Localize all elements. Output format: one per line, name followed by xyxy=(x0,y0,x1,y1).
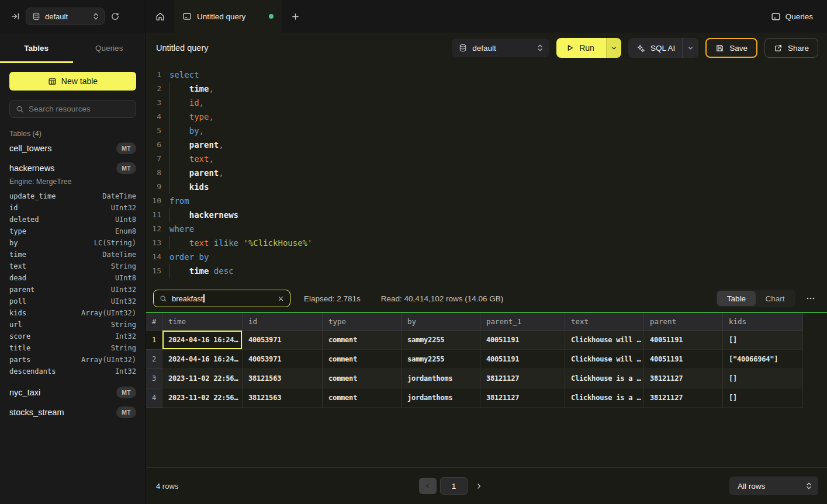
editor-line: 12where xyxy=(146,222,827,236)
column-row[interactable]: urlString xyxy=(9,319,136,331)
column-header[interactable]: parent xyxy=(644,313,723,331)
table-cell[interactable]: ["40066964"] xyxy=(723,350,803,369)
column-header[interactable]: parent_1 xyxy=(480,313,565,331)
tab-home[interactable] xyxy=(146,0,174,33)
table-cell[interactable]: 40051191 xyxy=(480,331,565,350)
run-options-button[interactable] xyxy=(606,38,621,58)
sql-editor[interactable]: 1select2time,3id,4type,5by,6parent,7text… xyxy=(146,63,827,285)
table-cell[interactable]: [] xyxy=(723,388,803,408)
column-row[interactable]: idUInt32 xyxy=(9,202,136,214)
column-row[interactable]: typeEnum8 xyxy=(9,225,136,237)
code-line: parent, xyxy=(169,138,224,152)
table-icon xyxy=(48,77,57,86)
next-page-button[interactable] xyxy=(475,482,483,490)
table-cell[interactable]: sammy2255 xyxy=(402,350,480,369)
column-row[interactable]: pollUInt32 xyxy=(9,296,136,307)
pagination: 1 xyxy=(419,468,483,504)
table-item-cell-towers[interactable]: cell_towers MT xyxy=(9,139,136,158)
table-row: 42023-11-02 22:56…38121563commentjordant… xyxy=(146,388,827,408)
table-cell[interactable]: 40051191 xyxy=(644,331,723,350)
table-cell[interactable]: 38121127 xyxy=(644,388,723,408)
results-search-input[interactable]: breakfast xyxy=(153,290,290,307)
sidebar-search[interactable] xyxy=(9,100,136,118)
column-row[interactable]: deadUInt8 xyxy=(9,272,136,284)
column-header[interactable]: by xyxy=(402,313,480,331)
column-row[interactable]: textString xyxy=(9,260,136,272)
sql-ai-button[interactable]: SQL AI xyxy=(628,38,682,58)
column-header[interactable]: time xyxy=(162,313,243,331)
prev-page-button[interactable] xyxy=(419,478,437,494)
tab-untitled-query[interactable]: Untitled query xyxy=(174,0,282,33)
table-cell[interactable]: comment xyxy=(323,350,402,369)
table-cell[interactable]: 40053971 xyxy=(243,350,323,369)
view-toggle-table[interactable]: Table xyxy=(717,291,756,306)
column-header[interactable]: text xyxy=(565,313,644,331)
table-cell[interactable]: 2023-11-02 22:56… xyxy=(162,388,243,408)
table-cell[interactable]: comment xyxy=(323,369,402,388)
column-header[interactable]: # xyxy=(146,313,162,331)
queries-icon xyxy=(771,12,781,22)
column-row[interactable]: descendantsInt32 xyxy=(9,366,136,377)
column-row[interactable]: timeDateTime xyxy=(9,249,136,260)
column-row[interactable]: parentUInt32 xyxy=(9,284,136,296)
sql-ai-options-button[interactable] xyxy=(682,38,698,58)
table-cell[interactable]: Clickhouse will … xyxy=(565,350,644,369)
table-cell[interactable]: 38121563 xyxy=(243,388,323,408)
clear-search-icon[interactable] xyxy=(278,296,284,302)
table-cell[interactable]: comment xyxy=(323,331,402,350)
column-row[interactable]: titleString xyxy=(9,342,136,354)
column-header[interactable]: id xyxy=(243,313,323,331)
refresh-icon[interactable] xyxy=(110,12,120,21)
table-cell[interactable]: 38121127 xyxy=(644,369,723,388)
column-row[interactable]: scoreInt32 xyxy=(9,331,136,342)
table-cell[interactable]: 38121127 xyxy=(480,388,565,408)
page-size-select[interactable]: All rows xyxy=(729,477,818,495)
table-cell[interactable]: Clickhouse is a … xyxy=(565,369,644,388)
sidebar-search-input[interactable] xyxy=(29,105,130,113)
run-button[interactable]: Run xyxy=(556,38,606,58)
table-item-hackernews[interactable]: hackernews MT xyxy=(9,159,136,178)
table-cell[interactable]: 2024-04-16 16:24… xyxy=(162,331,243,350)
save-button[interactable]: Save xyxy=(705,38,757,58)
column-type: UInt32 xyxy=(111,296,136,307)
results-more-button[interactable] xyxy=(806,294,815,303)
table-cell[interactable]: jordanthoms xyxy=(402,388,480,408)
collapse-sidebar-icon[interactable] xyxy=(11,12,20,21)
table-cell[interactable]: 38121127 xyxy=(480,369,565,388)
table-cell[interactable]: 40051191 xyxy=(644,350,723,369)
column-header[interactable]: kids xyxy=(723,313,803,331)
column-row[interactable]: partsArray(UInt32) xyxy=(9,354,136,366)
sidebar-tab-queries[interactable]: Queries xyxy=(73,33,146,63)
table-cell[interactable]: jordanthoms xyxy=(402,369,480,388)
column-row[interactable]: kidsArray(UInt32) xyxy=(9,307,136,319)
table-cell[interactable]: Clickhouse will … xyxy=(565,331,644,350)
new-tab-button[interactable] xyxy=(282,0,309,33)
table-cell[interactable]: sammy2255 xyxy=(402,331,480,350)
results-empty-space xyxy=(146,408,827,467)
table-cell[interactable]: Clickhouse is a … xyxy=(565,388,644,408)
new-table-button[interactable]: New table xyxy=(9,72,136,91)
current-page[interactable]: 1 xyxy=(440,477,468,495)
share-button[interactable]: Share xyxy=(764,38,818,58)
column-row[interactable]: update_timeDateTime xyxy=(9,190,136,202)
view-toggle-chart[interactable]: Chart xyxy=(756,291,794,306)
tab-label: Untitled query xyxy=(197,12,245,21)
table-cell[interactable]: 2023-11-02 22:56… xyxy=(162,369,243,388)
table-cell[interactable]: [] xyxy=(723,331,803,350)
table-cell[interactable]: comment xyxy=(323,388,402,408)
table-cell[interactable]: [] xyxy=(723,369,803,388)
table-cell[interactable]: 38121563 xyxy=(243,369,323,388)
table-cell[interactable]: 2024-04-16 16:24… xyxy=(162,350,243,369)
query-database-select[interactable]: default xyxy=(452,39,549,57)
chevron-updown-icon xyxy=(537,44,544,52)
queries-label[interactable]: Queries xyxy=(786,12,813,21)
column-header[interactable]: type xyxy=(323,313,402,331)
table-item-stocks-stream[interactable]: stocks_stream MT xyxy=(9,403,136,422)
table-cell[interactable]: 40053971 xyxy=(243,331,323,350)
topbar-database-select[interactable]: default xyxy=(26,8,105,25)
column-row[interactable]: byLC(String) xyxy=(9,237,136,249)
table-cell[interactable]: 40051191 xyxy=(480,350,565,369)
column-row[interactable]: deletedUInt8 xyxy=(9,214,136,225)
sidebar-tab-tables[interactable]: Tables xyxy=(0,33,73,63)
table-item-nyc-taxi[interactable]: nyc_taxi MT xyxy=(9,383,136,402)
